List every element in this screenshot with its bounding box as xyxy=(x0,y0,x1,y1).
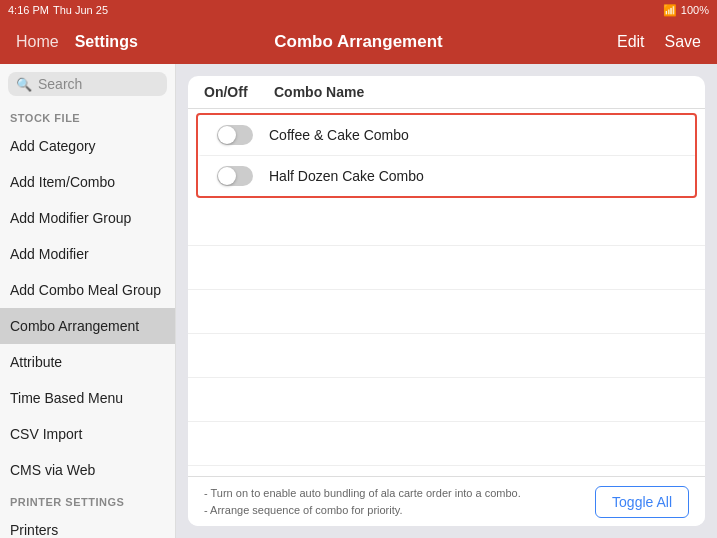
edit-button[interactable]: Edit xyxy=(617,33,645,51)
toggle-row2[interactable] xyxy=(217,166,253,186)
search-placeholder: Search xyxy=(38,76,82,92)
nav-bar: Home Settings Combo Arrangement Edit Sav… xyxy=(0,20,717,64)
settings-nav-button[interactable]: Settings xyxy=(75,33,138,51)
content-footer: - Turn on to enable auto bundling of ala… xyxy=(188,476,705,526)
table-body: Coffee & Cake Combo Half Dozen Cake Comb… xyxy=(188,109,705,476)
toggle-all-button[interactable]: Toggle All xyxy=(595,486,689,518)
content-card: On/Off Combo Name Coffee & Cake Combo xyxy=(188,76,705,526)
sidebar-item-add-combo-meal-group[interactable]: Add Combo Meal Group xyxy=(0,272,175,308)
wifi-icon: 📶 xyxy=(663,4,677,17)
sidebar-item-printers[interactable]: Printers xyxy=(0,512,175,538)
col-header-name: Combo Name xyxy=(274,84,689,100)
search-icon: 🔍 xyxy=(16,77,32,92)
status-bar: 4:16 PM Thu Jun 25 📶 100% xyxy=(0,0,717,20)
empty-row xyxy=(188,422,705,466)
sidebar-item-time-based-menu[interactable]: Time Based Menu xyxy=(0,380,175,416)
table-row[interactable]: Half Dozen Cake Combo xyxy=(198,156,695,196)
sidebar-section-stock: STOCK FILE Add Category Add Item/Combo A… xyxy=(0,104,175,488)
home-nav-button[interactable]: Home xyxy=(16,33,59,51)
table-header: On/Off Combo Name xyxy=(188,76,705,109)
status-time: 4:16 PM xyxy=(8,4,49,16)
sidebar-item-csv-import[interactable]: CSV Import xyxy=(0,416,175,452)
battery-label: 100% xyxy=(681,4,709,16)
empty-row xyxy=(188,202,705,246)
footer-note-2: - Arrange sequence of combo for priority… xyxy=(204,502,521,519)
save-button[interactable]: Save xyxy=(665,33,701,51)
footer-notes: - Turn on to enable auto bundling of ala… xyxy=(204,485,521,518)
sidebar-item-attribute[interactable]: Attribute xyxy=(0,344,175,380)
combo-name-row2: Half Dozen Cake Combo xyxy=(269,168,424,184)
search-bar[interactable]: 🔍 Search xyxy=(8,72,167,96)
col-header-onoff: On/Off xyxy=(204,84,274,100)
empty-row xyxy=(188,466,705,476)
sidebar-item-add-category[interactable]: Add Category xyxy=(0,128,175,164)
sidebar-section-printer: PRINTER SETTINGS Printers Kitchen Displa… xyxy=(0,488,175,538)
footer-note-1: - Turn on to enable auto bundling of ala… xyxy=(204,485,521,502)
combo-name-row1: Coffee & Cake Combo xyxy=(269,127,409,143)
page-title: Combo Arrangement xyxy=(274,32,442,52)
empty-rows xyxy=(188,202,705,476)
toggle-knob-row2 xyxy=(218,167,236,185)
sidebar-item-cms-via-web[interactable]: CMS via Web xyxy=(0,452,175,488)
toggle-knob-row1 xyxy=(218,126,236,144)
toggle-row1[interactable] xyxy=(217,125,253,145)
sidebar-item-add-item-combo[interactable]: Add Item/Combo xyxy=(0,164,175,200)
table-row[interactable]: Coffee & Cake Combo xyxy=(198,115,695,156)
selected-rows-group: Coffee & Cake Combo Half Dozen Cake Comb… xyxy=(196,113,697,198)
main-layout: 🔍 Search STOCK FILE Add Category Add Ite… xyxy=(0,64,717,538)
sidebar: 🔍 Search STOCK FILE Add Category Add Ite… xyxy=(0,64,176,538)
sidebar-item-combo-arrangement[interactable]: Combo Arrangement xyxy=(0,308,175,344)
content-area: On/Off Combo Name Coffee & Cake Combo xyxy=(176,64,717,538)
empty-row xyxy=(188,290,705,334)
status-day: Thu Jun 25 xyxy=(53,4,108,16)
empty-row xyxy=(188,334,705,378)
sidebar-item-add-modifier-group[interactable]: Add Modifier Group xyxy=(0,200,175,236)
section-label-printer: PRINTER SETTINGS xyxy=(0,488,175,512)
empty-row xyxy=(188,246,705,290)
section-label-stock: STOCK FILE xyxy=(0,104,175,128)
empty-row xyxy=(188,378,705,422)
sidebar-item-add-modifier[interactable]: Add Modifier xyxy=(0,236,175,272)
